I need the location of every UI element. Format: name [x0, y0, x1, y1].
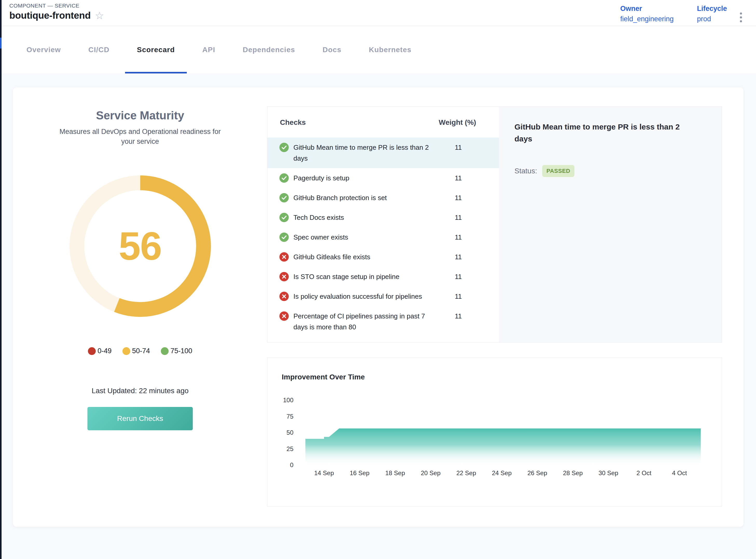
x-tick-label: 28 Sep: [563, 469, 583, 476]
check-name: Percentage of CI pipelines passing in pa…: [293, 311, 439, 332]
legend-item: 50-74: [122, 347, 150, 355]
y-axis-ticks: 1007550250: [283, 397, 293, 468]
check-weight: 11: [439, 271, 462, 282]
check-passed-icon: [279, 213, 289, 222]
tab-dependencies[interactable]: Dependencies: [231, 26, 307, 73]
checks-table: Checks Weight (%) GitHub Mean time to me…: [268, 107, 499, 342]
check-passed-icon: [279, 193, 289, 202]
check-row[interactable]: Spec owner exists11: [268, 227, 499, 247]
maturity-subtitle: Measures all DevOps and Operational read…: [53, 127, 227, 147]
x-tick-label: 4 Oct: [672, 469, 687, 476]
check-failed-icon: [279, 272, 289, 281]
checks-panel: Checks Weight (%) GitHub Mean time to me…: [267, 106, 722, 342]
x-tick-label: 14 Sep: [314, 469, 334, 476]
lifecycle-value: prod: [697, 15, 727, 23]
maturity-section: Service Maturity Measures all DevOps and…: [13, 87, 267, 527]
check-passed-icon: [279, 143, 289, 152]
page-title: boutique-frontend: [9, 10, 91, 21]
check-name: Is STO scan stage setup in pipeline: [293, 271, 439, 282]
title-block: COMPONENT — SERVICE boutique-frontend ☆: [9, 3, 104, 21]
status-badge: PASSED: [542, 165, 574, 177]
check-row[interactable]: Tech Docs exists11: [268, 208, 499, 227]
check-passed-icon: [279, 232, 289, 242]
checks-table-header: Checks Weight (%): [268, 118, 499, 127]
lifecycle-block: Lifecycle prod: [697, 5, 727, 23]
legend-label: 75-100: [170, 347, 192, 355]
tab-ci-cd[interactable]: CI/CD: [76, 26, 121, 73]
check-row[interactable]: Pagerduty is setup11: [268, 168, 499, 188]
check-rows: GitHub Mean time to merge PR is less tha…: [268, 137, 499, 337]
sidebar-active-marker: [0, 38, 2, 48]
check-row[interactable]: Percentage of CI pipelines passing in pa…: [268, 306, 499, 337]
page-header: COMPONENT — SERVICE boutique-frontend ☆ …: [2, 0, 756, 26]
y-tick-label: 50: [287, 429, 293, 436]
x-tick-label: 22 Sep: [456, 469, 476, 476]
check-failed-icon: [279, 292, 289, 301]
rerun-checks-button[interactable]: Rerun Checks: [87, 407, 193, 430]
tab-scorecard[interactable]: Scorecard: [125, 26, 187, 73]
y-tick-label: 25: [287, 445, 293, 452]
improvement-chart-panel: Improvement Over Time 1007550250 14 Sep1…: [267, 358, 722, 507]
more-options-button[interactable]: [737, 9, 744, 26]
check-weight: 11: [439, 311, 462, 321]
improvement-area-chart: 1007550250 14 Sep16 Sep18 Sep20 Sep22 Se…: [268, 358, 722, 507]
owner-link[interactable]: field_engineering: [620, 15, 674, 23]
owner-label: Owner: [620, 5, 674, 13]
check-passed-icon: [279, 173, 289, 183]
x-tick-label: 24 Sep: [492, 469, 511, 476]
check-name: Pagerduty is setup: [293, 173, 439, 183]
area-series: [305, 428, 701, 465]
legend-label: 50-74: [132, 347, 150, 355]
x-tick-label: 20 Sep: [421, 469, 440, 476]
gauge-legend: 0-4950-7475-100: [88, 347, 192, 355]
check-row[interactable]: GitHub Branch protection is set11: [268, 188, 499, 208]
weight-column-header: Weight (%): [439, 118, 476, 127]
breadcrumb: COMPONENT — SERVICE: [9, 3, 104, 9]
tab-api[interactable]: API: [190, 26, 227, 73]
tab-docs[interactable]: Docs: [311, 26, 353, 73]
main-content: Service Maturity Measures all DevOps and…: [2, 73, 756, 527]
check-weight: 11: [439, 212, 462, 223]
check-weight: 11: [439, 142, 462, 153]
checks-column-header: Checks: [280, 118, 439, 127]
check-name: GitHub Mean time to merge PR is less tha…: [293, 142, 439, 164]
check-weight: 11: [439, 251, 462, 262]
owner-block: Owner field_engineering: [620, 5, 674, 23]
x-tick-label: 26 Sep: [527, 469, 547, 476]
maturity-score: 56: [70, 175, 211, 317]
check-name: Is policy evaluation successful for pipe…: [293, 291, 439, 302]
tab-overview[interactable]: Overview: [15, 26, 73, 73]
maturity-gauge: 56: [70, 175, 211, 317]
status-row: Status: PASSED: [514, 165, 706, 177]
check-detail-panel: GitHub Mean time to merge PR is less tha…: [499, 107, 722, 342]
legend-dot: [122, 347, 130, 355]
check-row[interactable]: Is STO scan stage setup in pipeline11: [268, 267, 499, 287]
kebab-icon: [740, 13, 742, 15]
x-tick-label: 30 Sep: [598, 469, 618, 476]
check-row[interactable]: GitHub Gitleaks file exists11: [268, 247, 499, 267]
tab-kubernetes[interactable]: Kubernetes: [357, 26, 423, 73]
checks-column: Checks Weight (%) GitHub Mean time to me…: [267, 87, 722, 527]
x-tick-label: 2 Oct: [636, 469, 651, 476]
legend-item: 0-49: [88, 347, 112, 355]
y-tick-label: 75: [287, 413, 293, 420]
check-detail-title: GitHub Mean time to merge PR is less tha…: [514, 121, 696, 145]
check-name: Tech Docs exists: [293, 212, 439, 223]
y-tick-label: 100: [283, 397, 293, 404]
y-tick-label: 0: [290, 462, 293, 468]
x-axis-ticks: 14 Sep16 Sep18 Sep20 Sep22 Sep24 Sep26 S…: [314, 469, 687, 476]
check-weight: 11: [439, 232, 462, 243]
check-row[interactable]: GitHub Mean time to merge PR is less tha…: [268, 137, 499, 168]
status-label: Status:: [514, 167, 537, 175]
favorite-star-icon[interactable]: ☆: [95, 10, 104, 21]
check-weight: 11: [439, 192, 462, 203]
x-tick-label: 16 Sep: [350, 469, 369, 476]
tabs: OverviewCI/CDScorecardAPIDependenciesDoc…: [2, 26, 756, 73]
collapsed-sidebar: [0, 0, 2, 559]
check-failed-icon: [279, 311, 289, 321]
x-tick-label: 18 Sep: [385, 469, 405, 476]
check-weight: 11: [439, 291, 462, 302]
last-updated-text: Last Updated: 22 minutes ago: [92, 387, 189, 395]
check-name: Spec owner exists: [293, 232, 439, 243]
check-row[interactable]: Is policy evaluation successful for pipe…: [268, 287, 499, 306]
